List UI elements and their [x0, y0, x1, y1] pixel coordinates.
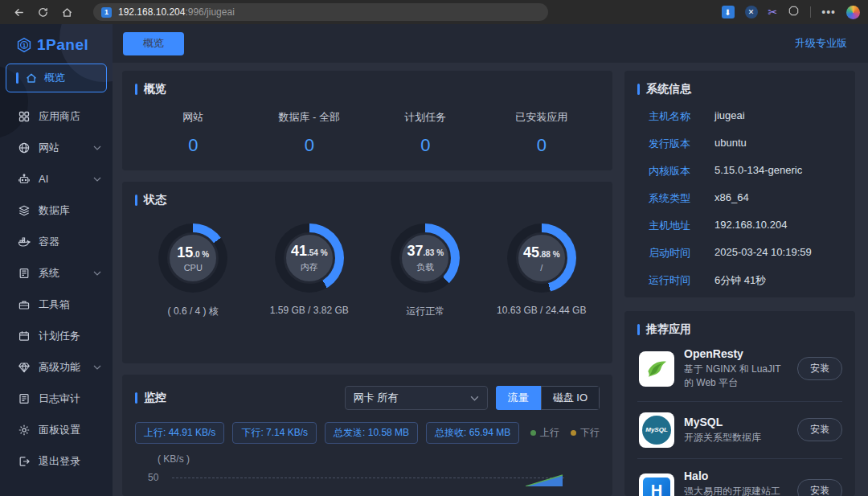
more-menu-icon[interactable]: •••: [821, 6, 836, 18]
legend-up[interactable]: 上行: [530, 426, 559, 440]
browser-titlebar: 1 192.168.10.204:996/jiugeai ⬇ ✕ ✂ •••: [0, 0, 868, 24]
badge-download-rate: 下行: 7.14 KB/s: [232, 422, 317, 444]
url-text: 192.168.10.204:996/jiugeai: [118, 6, 235, 18]
scissors-extension-icon[interactable]: ✂: [768, 6, 778, 18]
stat-websites[interactable]: 网站 0: [135, 110, 252, 156]
status-card: 状态 15.0 % CPU ( 0.6 / 4 ) 核: [122, 182, 612, 363]
apps-icon: [18, 110, 31, 123]
chevron-down-icon: [93, 177, 101, 182]
mysql-icon: MySQL: [639, 412, 674, 448]
install-openresty-button[interactable]: 安装: [797, 357, 842, 380]
active-indicator: [16, 72, 18, 84]
sidebar-item-container[interactable]: 容器: [0, 226, 113, 257]
recommended-title: 推荐应用: [646, 322, 691, 337]
browser-essentials-icon[interactable]: [788, 5, 800, 20]
title-bar: [637, 84, 640, 95]
monitor-title: 监控: [144, 391, 166, 405]
app-row-mysql: MySQL MySQL 开源关系型数据库 安装: [637, 402, 842, 459]
chevron-down-icon: [93, 271, 101, 276]
sidebar-item-cron[interactable]: 计划任务: [0, 320, 113, 351]
app-row-openresty: OpenResty 基于 NGINX 和 LuaJIT 的 Web 平台 安装: [637, 337, 842, 402]
copilot-icon[interactable]: [846, 6, 860, 19]
svg-text:1: 1: [23, 42, 27, 49]
globe-icon: [18, 141, 31, 154]
back-icon[interactable]: [8, 2, 29, 22]
toolbox-icon: [18, 298, 31, 311]
info-row-uptime: 运行时间6分钟 41秒: [637, 273, 842, 288]
sidebar-item-logs[interactable]: 日志审计: [0, 383, 113, 414]
nic-select[interactable]: 网卡 所有: [345, 386, 488, 410]
main-header: 概览 升级专业版: [113, 24, 868, 63]
chevron-down-icon: [93, 146, 101, 150]
install-mysql-button[interactable]: 安装: [797, 418, 842, 441]
monitor-mode-segment: 流量 磁盘 IO: [496, 386, 600, 410]
sidebar-item-website[interactable]: 网站: [0, 132, 113, 163]
sidebar-item-database[interactable]: 数据库: [0, 195, 113, 226]
title-bar: [135, 84, 137, 95]
layers-icon: [18, 204, 31, 217]
info-row-distro: 发行版本ubuntu: [637, 137, 842, 151]
title-bar: [135, 195, 137, 206]
tab-disk-io[interactable]: 磁盘 IO: [541, 386, 600, 410]
logo-hexagon-icon: 1: [16, 37, 32, 53]
sidebar-item-advanced[interactable]: 高级功能: [0, 351, 113, 383]
badge-upload-rate: 上行: 44.91 KB/s: [135, 422, 224, 444]
overview-card: 概览 网站 0 数据库 - 全部 0 计划任务 0: [122, 71, 612, 170]
logo-text: 1Panel: [37, 36, 88, 54]
extension-circle-x-icon[interactable]: ✕: [745, 6, 758, 18]
install-halo-button[interactable]: 安装: [797, 479, 842, 496]
gauge-memory: 41.54 % 内存 1.59 GB / 3.82 GB: [252, 223, 368, 318]
sidebar-item-toolbox[interactable]: 工具箱: [0, 289, 113, 320]
status-title: 状态: [144, 193, 166, 207]
logout-icon: [18, 455, 31, 468]
info-row-hostname: 主机名称jiugeai: [637, 109, 842, 124]
stat-installed-apps[interactable]: 已安装应用 0: [484, 110, 600, 156]
reload-icon[interactable]: [32, 2, 53, 22]
info-row-arch: 系统类型x86_64: [637, 191, 842, 206]
home-icon: [25, 72, 38, 84]
calendar-icon: [18, 330, 31, 342]
badge-total-received: 总接收: 65.94 MB: [426, 422, 519, 444]
info-row-boot-time: 启动时间2025-03-24 10:19:59: [637, 246, 842, 260]
legend-down[interactable]: 下行: [571, 426, 600, 440]
chevron-down-icon: [470, 396, 479, 401]
recommended-apps-card: 推荐应用 OpenResty 基于 NGINX 和 LuaJIT 的 Web 平…: [624, 311, 855, 496]
extension-bookmark-icon[interactable]: ⬇: [722, 6, 735, 18]
sidebar-item-settings[interactable]: 面板设置: [0, 414, 113, 445]
y-tick-50: 50: [148, 472, 164, 483]
monitor-card: 监控 网卡 所有 流量 磁盘 IO: [122, 375, 612, 496]
gridline: [172, 478, 564, 478]
sidebar-item-system[interactable]: 系统: [0, 257, 113, 289]
home-icon[interactable]: [56, 2, 77, 22]
legend-down-dot: [571, 430, 576, 436]
gauge-cpu: 15.0 % CPU ( 0.6 / 4 ) 核: [135, 223, 252, 318]
docker-icon: [18, 236, 31, 248]
sidebar-item-logout[interactable]: 退出登录: [0, 445, 113, 477]
stat-databases[interactable]: 数据库 - 全部 0: [252, 110, 368, 156]
address-bar[interactable]: 1 192.168.10.204:996/jiugeai: [93, 3, 548, 21]
gear-icon: [18, 424, 31, 437]
traffic-chart: ( KB/s ) 50: [135, 453, 600, 485]
badge-total-sent: 总发送: 10.58 MB: [325, 422, 418, 444]
overview-title: 概览: [144, 82, 166, 96]
tab-overview[interactable]: 概览: [123, 32, 184, 55]
chevron-down-icon: [93, 365, 101, 370]
title-bar: [637, 324, 640, 335]
gauge-load: 37.83 % 负载 运行正常: [367, 223, 484, 318]
title-bar: [135, 392, 137, 404]
robot-icon: [18, 173, 31, 186]
sidebar-item-ai[interactable]: AI: [0, 163, 113, 195]
sidebar-item-overview[interactable]: 概览: [6, 64, 107, 92]
gauge-disk-root: 45.88 % / 10.63 GB / 24.44 GB: [484, 223, 600, 318]
sidebar-item-appstore[interactable]: 应用商店: [0, 100, 113, 132]
upgrade-pro-link[interactable]: 升级专业版: [795, 36, 847, 51]
server-icon: [18, 267, 31, 280]
legend-up-dot: [530, 430, 536, 436]
system-info-card: 系统信息 主机名称jiugeai 发行版本ubuntu 内核版本5.15.0-1…: [624, 71, 855, 297]
site-favicon-icon: 1: [101, 7, 112, 18]
toolbar-divider: [810, 6, 811, 18]
halo-icon: H: [639, 473, 674, 496]
stat-cronjobs[interactable]: 计划任务 0: [367, 110, 484, 156]
system-info-title: 系统信息: [646, 82, 691, 96]
tab-traffic[interactable]: 流量: [496, 386, 541, 410]
